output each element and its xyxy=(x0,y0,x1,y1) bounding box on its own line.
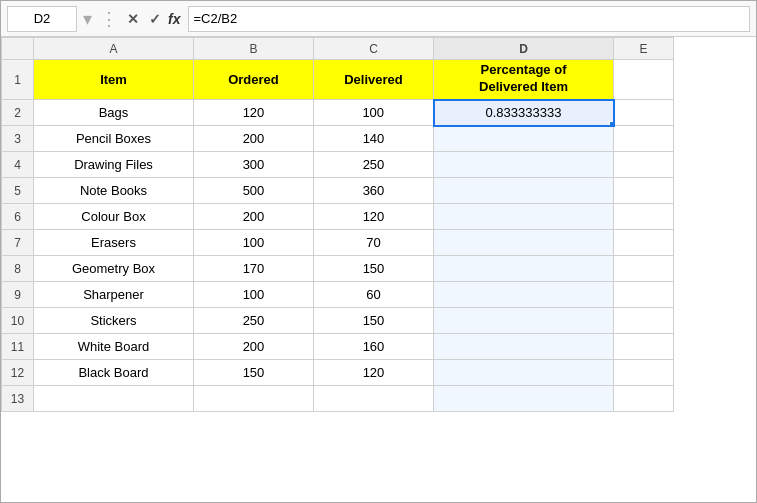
row-num-11: 11 xyxy=(2,334,34,360)
cell-D12[interactable] xyxy=(434,360,614,386)
cell-D8[interactable] xyxy=(434,256,614,282)
cell-E10[interactable] xyxy=(614,308,674,334)
cell-D10[interactable] xyxy=(434,308,614,334)
cell-C3[interactable]: 140 xyxy=(314,126,434,152)
cell-C4[interactable]: 250 xyxy=(314,152,434,178)
cell-A4[interactable]: Drawing Files xyxy=(34,152,194,178)
cell-D13[interactable] xyxy=(434,386,614,412)
row-num-1: 1 xyxy=(2,60,34,100)
cell-E6[interactable] xyxy=(614,204,674,230)
cell-C12[interactable]: 120 xyxy=(314,360,434,386)
cell-A6[interactable]: Colour Box xyxy=(34,204,194,230)
cell-E5[interactable] xyxy=(614,178,674,204)
cell-E3[interactable] xyxy=(614,126,674,152)
cell-B4[interactable]: 300 xyxy=(194,152,314,178)
row-num-10: 10 xyxy=(2,308,34,334)
cell-reference-box[interactable]: D2 xyxy=(7,6,77,32)
cell-ref-dropdown-icon[interactable]: ▾ xyxy=(83,8,92,30)
cell-C6[interactable]: 120 xyxy=(314,204,434,230)
cell-B10[interactable]: 250 xyxy=(194,308,314,334)
cell-C2[interactable]: 100 xyxy=(314,100,434,126)
cell-C5[interactable]: 360 xyxy=(314,178,434,204)
cell-E7[interactable] xyxy=(614,230,674,256)
cell-B12[interactable]: 150 xyxy=(194,360,314,386)
col-header-B[interactable]: B xyxy=(194,38,314,60)
table-row: 5 Note Books 500 360 xyxy=(2,178,674,204)
cell-D11[interactable] xyxy=(434,334,614,360)
cell-C7[interactable]: 70 xyxy=(314,230,434,256)
cell-C8[interactable]: 150 xyxy=(314,256,434,282)
cell-B3[interactable]: 200 xyxy=(194,126,314,152)
cell-B7[interactable]: 100 xyxy=(194,230,314,256)
cell-B11[interactable]: 200 xyxy=(194,334,314,360)
cell-A8[interactable]: Geometry Box xyxy=(34,256,194,282)
cell-A7[interactable]: Erasers xyxy=(34,230,194,256)
fill-handle[interactable] xyxy=(609,121,614,126)
table-row: 3 Pencil Boxes 200 140 xyxy=(2,126,674,152)
row-num-6: 6 xyxy=(2,204,34,230)
formula-bar-buttons: ✕ ✓ xyxy=(124,9,164,29)
col-header-E[interactable]: E xyxy=(614,38,674,60)
confirm-formula-icon[interactable]: ✓ xyxy=(146,9,164,29)
cell-A10[interactable]: Stickers xyxy=(34,308,194,334)
row-num-4: 4 xyxy=(2,152,34,178)
col-header-D[interactable]: D xyxy=(434,38,614,60)
cell-A13[interactable] xyxy=(34,386,194,412)
spreadsheet-container[interactable]: A B C D E 1 Item Ordered Delivered Perce… xyxy=(1,37,756,502)
app-window: D2 ▾ ⋮ ✕ ✓ fx A B xyxy=(0,0,757,503)
cell-C9[interactable]: 60 xyxy=(314,282,434,308)
cell-E8[interactable] xyxy=(614,256,674,282)
cell-D5[interactable] xyxy=(434,178,614,204)
cell-B1[interactable]: Ordered xyxy=(194,60,314,100)
cell-A9[interactable]: Sharpener xyxy=(34,282,194,308)
cell-D2[interactable]: 0.833333333 xyxy=(434,100,614,126)
table-row: 8 Geometry Box 170 150 xyxy=(2,256,674,282)
cell-A1[interactable]: Item xyxy=(34,60,194,100)
col-header-A[interactable]: A xyxy=(34,38,194,60)
formula-input[interactable] xyxy=(188,6,750,32)
table-row: 6 Colour Box 200 120 xyxy=(2,204,674,230)
cell-D6[interactable] xyxy=(434,204,614,230)
cell-A11[interactable]: White Board xyxy=(34,334,194,360)
more-options-icon[interactable]: ⋮ xyxy=(100,8,118,30)
table-row: 10 Stickers 250 150 xyxy=(2,308,674,334)
row-num-12: 12 xyxy=(2,360,34,386)
cell-B2[interactable]: 120 xyxy=(194,100,314,126)
row-num-13: 13 xyxy=(2,386,34,412)
cell-B13[interactable] xyxy=(194,386,314,412)
cell-D9[interactable] xyxy=(434,282,614,308)
cell-C11[interactable]: 160 xyxy=(314,334,434,360)
cell-C1[interactable]: Delivered xyxy=(314,60,434,100)
cell-D1[interactable]: Percentage ofDelivered Item xyxy=(434,60,614,100)
row-num-8: 8 xyxy=(2,256,34,282)
table-row: 2 Bags 120 100 0.833333333 xyxy=(2,100,674,126)
cell-D3[interactable] xyxy=(434,126,614,152)
cell-A2[interactable]: Bags xyxy=(34,100,194,126)
col-header-C[interactable]: C xyxy=(314,38,434,60)
cell-ref-value: D2 xyxy=(34,11,51,26)
cell-A5[interactable]: Note Books xyxy=(34,178,194,204)
formula-bar: D2 ▾ ⋮ ✕ ✓ fx xyxy=(1,1,756,37)
cancel-formula-icon[interactable]: ✕ xyxy=(124,9,142,29)
cell-B9[interactable]: 100 xyxy=(194,282,314,308)
cell-D4[interactable] xyxy=(434,152,614,178)
cell-E4[interactable] xyxy=(614,152,674,178)
cell-E1[interactable] xyxy=(614,60,674,100)
cell-D7[interactable] xyxy=(434,230,614,256)
cell-E11[interactable] xyxy=(614,334,674,360)
cell-E13[interactable] xyxy=(614,386,674,412)
cell-E9[interactable] xyxy=(614,282,674,308)
cell-B8[interactable]: 170 xyxy=(194,256,314,282)
cell-C13[interactable] xyxy=(314,386,434,412)
cell-B6[interactable]: 200 xyxy=(194,204,314,230)
cell-E12[interactable] xyxy=(614,360,674,386)
cell-B5[interactable]: 500 xyxy=(194,178,314,204)
row-num-7: 7 xyxy=(2,230,34,256)
spreadsheet-grid: A B C D E 1 Item Ordered Delivered Perce… xyxy=(1,37,674,412)
cell-A3[interactable]: Pencil Boxes xyxy=(34,126,194,152)
table-row: 13 xyxy=(2,386,674,412)
cell-A12[interactable]: Black Board xyxy=(34,360,194,386)
cell-E2[interactable] xyxy=(614,100,674,126)
cell-C10[interactable]: 150 xyxy=(314,308,434,334)
table-row: 11 White Board 200 160 xyxy=(2,334,674,360)
